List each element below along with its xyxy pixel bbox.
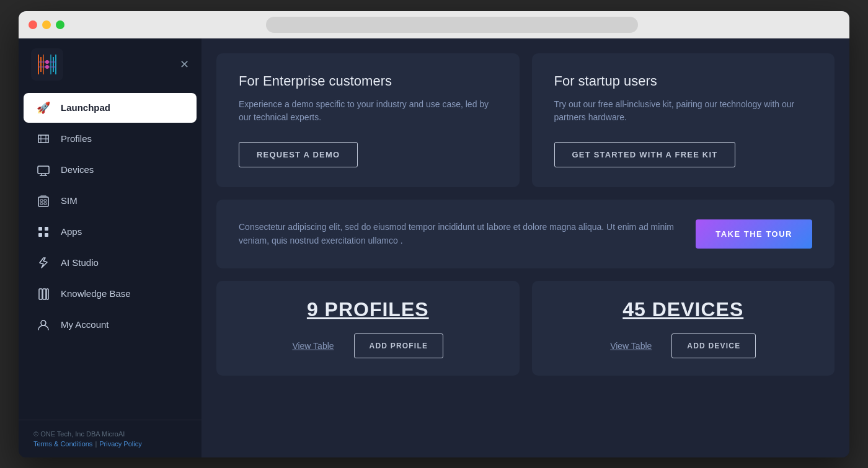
logo-icon — [31, 48, 63, 81]
add-profile-button[interactable]: ADD PROFILE — [354, 333, 444, 358]
svg-point-9 — [45, 60, 49, 64]
svg-rect-23 — [45, 233, 48, 237]
svg-rect-16 — [40, 200, 43, 201]
sidebar-item-label: Apps — [61, 226, 82, 237]
sidebar-item-label: AI Studio — [61, 257, 99, 268]
sidebar-item-label: Launchpad — [61, 102, 110, 113]
stats-row: 9 PROFILES View Table ADD PROFILE 45 DEV… — [216, 281, 835, 376]
sidebar-item-profiles[interactable]: Profiles — [24, 124, 197, 154]
startup-card: For startup users Try out our free all-i… — [532, 53, 835, 187]
enterprise-card-title: For Enterprise customers — [239, 73, 497, 89]
footer-separator: | — [95, 440, 97, 448]
sidebar-item-label: SIM — [61, 195, 78, 206]
svg-rect-19 — [44, 203, 46, 205]
svg-rect-18 — [40, 203, 43, 205]
launchpad-icon: 🚀 — [36, 100, 51, 115]
svg-rect-20 — [38, 227, 42, 231]
enterprise-card-desc: Experience a demo specific to your indus… — [239, 98, 497, 125]
svg-rect-11 — [38, 166, 49, 174]
sidebar-item-apps[interactable]: Apps — [24, 217, 197, 247]
svg-point-10 — [45, 65, 49, 69]
privacy-policy-link[interactable]: Privacy Policy — [99, 440, 141, 448]
svg-rect-24 — [39, 289, 42, 299]
svg-rect-15 — [38, 197, 48, 206]
url-input[interactable] — [266, 17, 638, 33]
profiles-icon — [36, 131, 51, 146]
svg-rect-25 — [43, 289, 46, 299]
add-device-button[interactable]: ADD DEVICE — [671, 333, 756, 358]
maximize-traffic-light[interactable] — [56, 20, 64, 29]
svg-rect-22 — [38, 233, 42, 237]
traffic-lights — [29, 20, 64, 29]
sidebar-item-label: My Account — [61, 319, 109, 330]
nav-items: 🚀 Launchpad Profiles — [19, 93, 202, 420]
terms-conditions-link[interactable]: Terms & Conditions — [33, 440, 92, 448]
sidebar-item-label: Knowledge Base — [61, 288, 131, 299]
enterprise-card: For Enterprise customers Experience a de… — [216, 53, 520, 187]
sidebar-item-devices[interactable]: Devices — [24, 155, 197, 185]
sidebar-item-my-account[interactable]: My Account — [24, 310, 197, 340]
svg-rect-17 — [44, 200, 46, 201]
sidebar-footer: © ONE Tech, Inc DBA MicroAI Terms & Cond… — [19, 420, 202, 457]
main-content: For Enterprise customers Experience a de… — [202, 38, 849, 457]
top-cards-row: For Enterprise customers Experience a de… — [216, 53, 835, 187]
svg-rect-26 — [46, 289, 48, 299]
addressbar — [102, 17, 802, 33]
devices-stat-number[interactable]: 45 DEVICES — [622, 298, 743, 321]
footer-links: Terms & Conditions | Privacy Policy — [33, 440, 187, 448]
apps-icon — [36, 224, 51, 239]
app-window: ✕ 🚀 Launchpad Profiles — [19, 11, 849, 457]
close-traffic-light[interactable] — [29, 20, 37, 29]
sidebar-item-launchpad[interactable]: 🚀 Launchpad — [24, 93, 197, 123]
minimize-traffic-light[interactable] — [42, 20, 51, 29]
request-demo-button[interactable]: REQUEST A DEMO — [239, 142, 358, 167]
devices-stat-card: 45 DEVICES View Table ADD DEVICE — [532, 281, 835, 376]
profiles-stat-actions: View Table ADD PROFILE — [239, 333, 497, 358]
svg-rect-21 — [45, 227, 48, 231]
sidebar-close-button[interactable]: ✕ — [180, 59, 189, 70]
devices-stat-actions: View Table ADD DEVICE — [554, 333, 813, 358]
startup-card-desc: Try out our free all-inclusive kit, pair… — [554, 98, 813, 125]
devices-icon — [36, 162, 51, 177]
svg-point-27 — [41, 320, 46, 325]
copyright-text: © ONE Tech, Inc DBA MicroAI — [33, 430, 187, 438]
sidebar: ✕ 🚀 Launchpad Profiles — [19, 38, 202, 457]
sidebar-item-label: Devices — [61, 164, 94, 175]
tour-card: Consectetur adipiscing elit, sed do eius… — [216, 200, 835, 268]
profiles-stat-number[interactable]: 9 PROFILES — [307, 298, 429, 321]
sidebar-item-knowledge-base[interactable]: Knowledge Base — [24, 279, 197, 309]
titlebar — [19, 11, 849, 38]
take-tour-button[interactable]: TAKE THE TOUR — [696, 219, 812, 249]
sidebar-item-sim[interactable]: SIM — [24, 186, 197, 216]
profiles-view-table-button[interactable]: View Table — [292, 341, 334, 351]
app-body: ✕ 🚀 Launchpad Profiles — [19, 38, 849, 457]
tour-card-text: Consectetur adipiscing elit, sed do eius… — [239, 220, 681, 248]
sidebar-item-ai-studio[interactable]: AI Studio — [24, 248, 197, 278]
profiles-stat-card: 9 PROFILES View Table ADD PROFILE — [216, 281, 520, 376]
ai-studio-icon — [36, 255, 51, 270]
sim-icon — [36, 193, 51, 208]
devices-view-table-button[interactable]: View Table — [610, 341, 652, 351]
svg-rect-0 — [31, 48, 63, 81]
my-account-icon — [36, 317, 51, 332]
free-kit-button[interactable]: GET STARTED WITH A FREE KIT — [554, 142, 736, 167]
startup-card-title: For startup users — [554, 73, 813, 89]
sidebar-header: ✕ — [19, 48, 202, 93]
sidebar-item-label: Profiles — [61, 133, 92, 144]
knowledge-base-icon — [36, 286, 51, 301]
